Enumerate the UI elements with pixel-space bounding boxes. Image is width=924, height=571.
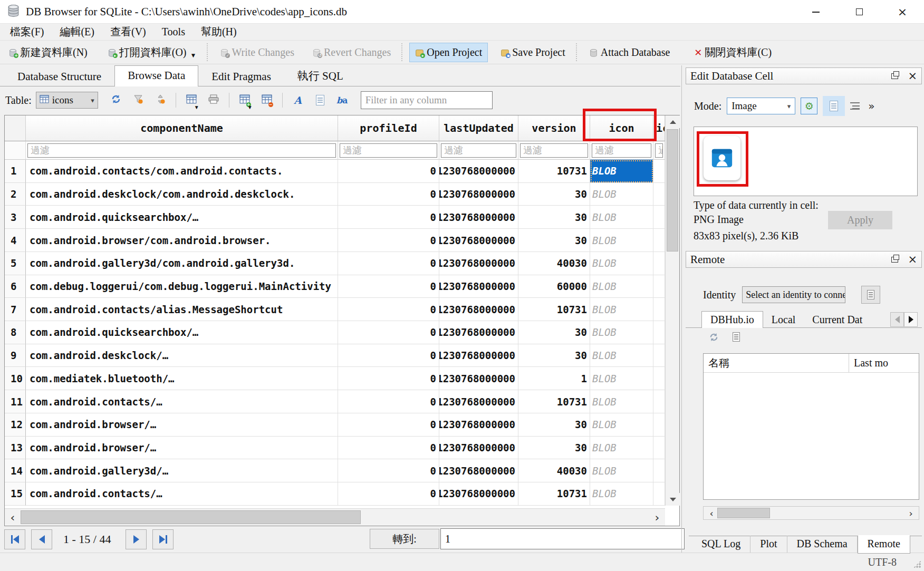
- cell-profileId[interactable]: 0: [338, 275, 439, 298]
- tab-scroll-right-icon[interactable]: [904, 312, 918, 327]
- row-number[interactable]: 15: [5, 482, 26, 506]
- cell-lastUpdated[interactable]: 1230768000000: [439, 390, 518, 413]
- tab-database-structure[interactable]: Database Structure: [4, 66, 114, 86]
- cell-version[interactable]: 10731: [518, 390, 590, 413]
- cell-profileId[interactable]: 0: [338, 344, 439, 367]
- edit-cell-doc-button[interactable]: [311, 91, 330, 110]
- cell-icon-blob[interactable]: BLOB: [590, 206, 653, 229]
- tab-browse-data[interactable]: Browse Data: [114, 65, 198, 86]
- cell-partial[interactable]: [653, 160, 665, 183]
- goto-record-button[interactable]: 轉到:: [370, 529, 439, 549]
- cell-lastUpdated[interactable]: 1230768000000: [439, 344, 518, 367]
- cell-version[interactable]: 30: [518, 344, 590, 367]
- column-header-lastUpdated[interactable]: lastUpdated: [439, 115, 518, 141]
- tab-db-schema[interactable]: DB Schema: [787, 536, 858, 554]
- minimize-icon[interactable]: [804, 3, 828, 21]
- cell-icon-blob[interactable]: BLOB: [590, 252, 653, 275]
- cell-componentName[interactable]: com.android.gallery3d/…: [26, 459, 338, 482]
- cell-partial[interactable]: [653, 413, 665, 437]
- column-header-componentName[interactable]: componentName: [26, 115, 338, 141]
- cell-profileId[interactable]: 0: [338, 160, 439, 183]
- menu-edit[interactable]: 編輯(E): [52, 24, 102, 40]
- row-number[interactable]: 1: [5, 160, 26, 183]
- save-table-button[interactable]: ▼: [182, 91, 201, 110]
- import-certificate-button[interactable]: [861, 286, 880, 304]
- cell-profileId[interactable]: 0: [338, 252, 439, 275]
- row-number[interactable]: 13: [5, 437, 26, 460]
- cell-icon-blob[interactable]: BLOB: [590, 183, 653, 206]
- menu-view[interactable]: 查看(V): [102, 24, 154, 40]
- identity-select[interactable]: Select an identity to conne ▾: [742, 286, 845, 303]
- save-table-dropdown-icon[interactable]: ▼: [194, 104, 199, 110]
- clone-database-icon[interactable]: [733, 332, 740, 342]
- tab-remote[interactable]: Remote: [858, 535, 910, 554]
- cell-partial[interactable]: [653, 229, 665, 252]
- open-database-button[interactable]: ▸ 打開資料庫(O) ▼: [102, 42, 202, 63]
- mode-select[interactable]: Image ▾: [727, 98, 795, 114]
- cell-icon-blob[interactable]: BLOB: [590, 390, 653, 413]
- filter-input-partial[interactable]: 過濾: [653, 141, 665, 160]
- cell-version[interactable]: 40030: [518, 459, 590, 482]
- cell-componentName[interactable]: com.android.deskclock/…: [26, 344, 338, 367]
- print-button[interactable]: [204, 91, 223, 110]
- cell-lastUpdated[interactable]: 1230768000000: [439, 321, 518, 344]
- filter-input-version[interactable]: 過濾: [518, 141, 590, 160]
- cell-profileId[interactable]: 0: [338, 229, 439, 252]
- cell-icon-blob[interactable]: BLOB: [590, 275, 653, 298]
- cell-partial[interactable]: [653, 321, 665, 344]
- row-number[interactable]: 10: [5, 367, 26, 390]
- cell-version[interactable]: 30: [518, 206, 590, 229]
- cell-icon-blob[interactable]: BLOB: [590, 482, 653, 506]
- write-changes-button[interactable]: ✓ Write Changes: [215, 43, 300, 62]
- menu-tools[interactable]: Tools: [154, 24, 193, 40]
- close-database-button[interactable]: ✕ 關閉資料庫(C): [689, 42, 777, 63]
- cell-profileId[interactable]: 0: [338, 367, 439, 390]
- vertical-scrollbar-thumb[interactable]: [667, 129, 678, 251]
- row-number[interactable]: 5: [5, 252, 26, 275]
- cell-componentName[interactable]: com.android.gallery3d/com.android.galler…: [26, 252, 338, 275]
- cell-profileId[interactable]: 0: [338, 206, 439, 229]
- cell-lastUpdated[interactable]: 1230768000000: [439, 275, 518, 298]
- cell-profileId[interactable]: 0: [338, 298, 439, 321]
- delete-record-button[interactable]: −: [257, 91, 276, 110]
- tab-plot[interactable]: Plot: [750, 536, 787, 554]
- cell-profileId[interactable]: 0: [338, 413, 439, 437]
- cell-lastUpdated[interactable]: 1230768000000: [439, 459, 518, 482]
- cell-partial[interactable]: [653, 344, 665, 367]
- scroll-left-icon[interactable]: ‹: [5, 509, 21, 526]
- cell-componentName[interactable]: com.android.deskclock/com.android.deskcl…: [26, 183, 338, 206]
- row-number[interactable]: 4: [5, 229, 26, 252]
- remote-list-modified-header[interactable]: Last mo: [849, 354, 919, 372]
- float-panel-icon[interactable]: [891, 73, 898, 79]
- cell-partial[interactable]: [653, 437, 665, 460]
- cell-lastUpdated[interactable]: 1230768000000: [439, 229, 518, 252]
- cell-partial[interactable]: [653, 459, 665, 482]
- column-header-partial[interactable]: ic: [653, 115, 665, 141]
- text-document-mode-button[interactable]: [823, 96, 845, 116]
- cell-partial[interactable]: [653, 183, 665, 206]
- goto-record-input[interactable]: [440, 528, 685, 549]
- cell-componentName[interactable]: com.android.quicksearchbox/…: [26, 206, 338, 229]
- remote-list-name-header[interactable]: 名稱: [704, 354, 849, 372]
- word-wrap-icon[interactable]: [850, 102, 860, 110]
- cell-version[interactable]: 30: [518, 183, 590, 206]
- filter-input-componentName[interactable]: 過濾: [26, 141, 338, 160]
- menu-help[interactable]: 幫助(H): [193, 24, 245, 40]
- remote-refresh-icon[interactable]: [709, 332, 719, 344]
- cell-lastUpdated[interactable]: 1230768000000: [439, 298, 518, 321]
- cell-version[interactable]: 10731: [518, 160, 590, 183]
- cell-icon-blob[interactable]: BLOB: [590, 160, 653, 183]
- close-icon[interactable]: ×: [890, 3, 915, 21]
- last-page-button[interactable]: [152, 529, 174, 549]
- row-number[interactable]: 11: [5, 390, 26, 413]
- tab-scroll-left-icon[interactable]: [890, 312, 904, 327]
- auto-switch-mode-button[interactable]: ⚙: [801, 98, 817, 114]
- remote-database-list[interactable]: 名稱 Last mo: [703, 353, 919, 500]
- encoding-label[interactable]: UTF-8: [868, 556, 897, 568]
- open-in-font-button[interactable]: A: [288, 91, 307, 110]
- cell-icon-blob[interactable]: BLOB: [590, 298, 653, 321]
- toolbar-overflow-icon[interactable]: »: [868, 100, 874, 112]
- tab-dbhub[interactable]: DBHub.io: [701, 311, 763, 328]
- cell-version[interactable]: 30: [518, 437, 590, 460]
- cell-profileId[interactable]: 0: [338, 390, 439, 413]
